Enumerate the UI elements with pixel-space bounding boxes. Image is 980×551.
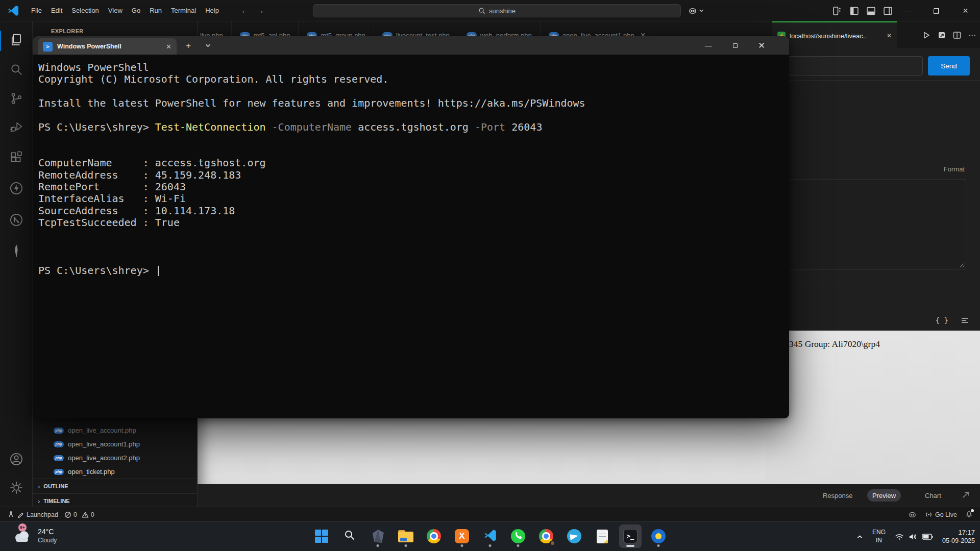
toggle-panel-icon[interactable] — [867, 7, 875, 15]
forward-arrow-icon[interactable]: → — [256, 6, 264, 15]
settings-gear-icon[interactable] — [9, 481, 23, 495]
launchpad-button[interactable]: Launchpad — [7, 511, 58, 518]
telegram-button[interactable] — [563, 524, 585, 548]
launchpad-icon — [7, 511, 15, 518]
customize-layout-icon[interactable] — [833, 7, 842, 15]
search-icon — [344, 529, 356, 543]
terminal-button[interactable]: >_ — [619, 524, 642, 548]
json-braces-icon[interactable]: { } — [936, 316, 948, 324]
tab-label: localhost/sunshine/liveac.. — [790, 32, 867, 40]
menu-help[interactable]: Help — [201, 4, 224, 17]
vscode-logo-icon — [7, 5, 19, 17]
raw-lines-icon[interactable] — [961, 317, 969, 324]
outline-section[interactable]: › OUTLINE — [33, 479, 197, 493]
problems-button[interactable]: 0 0 — [64, 511, 94, 518]
extensions-icon[interactable] — [9, 150, 23, 164]
resize-grip-icon[interactable] — [959, 262, 964, 267]
xampp-button[interactable]: X — [451, 524, 473, 548]
url-input[interactable] — [774, 56, 923, 76]
thunder-client-icon[interactable] — [9, 181, 23, 195]
send-button[interactable]: Send — [928, 56, 970, 76]
terminal-output[interactable]: Windows PowerShellCopyright (C) Microsof… — [33, 55, 789, 418]
run-debug-icon[interactable] — [9, 120, 23, 134]
menu-selection[interactable]: Selection — [67, 4, 103, 17]
git-graph-icon[interactable] — [9, 213, 23, 227]
tab-localhost-sunshine[interactable]: ⚡ localhost/sunshine/liveac.. ✕ — [772, 21, 897, 49]
tab-dropdown-icon[interactable] — [205, 43, 211, 48]
menu-file[interactable]: File — [27, 4, 46, 17]
app-button[interactable] — [647, 524, 670, 548]
minimize-button[interactable]: — — [893, 0, 922, 21]
open-settings-icon[interactable] — [938, 31, 946, 39]
notifications-button[interactable] — [965, 510, 973, 519]
expand-diagonal-icon[interactable] — [961, 490, 971, 500]
menu-run[interactable]: Run — [145, 4, 166, 17]
search-sidebar-icon[interactable] — [9, 62, 23, 77]
go-live-button[interactable]: Go Live — [925, 511, 957, 518]
running-dot — [517, 544, 520, 547]
taskbar-search-button[interactable] — [338, 524, 361, 548]
toggle-sidebar-icon[interactable] — [850, 7, 859, 15]
toggle-secondary-sidebar-icon[interactable] — [884, 7, 892, 15]
close-tab-icon[interactable]: ✕ — [166, 43, 172, 51]
back-arrow-icon[interactable]: ← — [241, 6, 249, 15]
request-body-textarea[interactable] — [774, 180, 966, 269]
chrome-button[interactable] — [423, 524, 445, 548]
file-open-ticket[interactable]: php open_ticket.php — [33, 465, 197, 479]
close-tab-icon[interactable]: ✕ — [887, 32, 892, 39]
whatsapp-button[interactable] — [507, 524, 529, 548]
source-control-icon[interactable] — [9, 91, 23, 106]
error-icon — [64, 511, 71, 518]
menu-edit[interactable]: Edit — [46, 4, 67, 17]
more-actions-icon[interactable]: ⋯ — [968, 31, 976, 40]
command-center-search[interactable]: sunshine — [313, 4, 681, 17]
search-value: sunshine — [489, 7, 516, 15]
format-label[interactable]: Format — [944, 165, 965, 173]
menu-terminal[interactable]: Terminal — [166, 4, 201, 17]
maximize-button[interactable] — [722, 36, 748, 55]
language-indicator[interactable]: ENG IN — [872, 529, 886, 544]
file-explorer-button[interactable] — [395, 524, 417, 548]
divider — [766, 284, 980, 284]
tray-chevron-up-icon[interactable] — [856, 534, 863, 540]
explorer-icon[interactable] — [9, 33, 23, 47]
powershell-tab[interactable]: > Windows PowerShell ✕ — [38, 38, 177, 55]
rest-client-panel: ⚡ localhost/sunshine/liveac.. ✕ ⋯ Send F… — [766, 21, 980, 484]
timeline-section[interactable]: › TIMELINE — [33, 493, 197, 508]
split-editor-icon[interactable] — [953, 31, 961, 39]
vscode-taskbar-button[interactable] — [479, 524, 501, 548]
menu-go[interactable]: Go — [127, 4, 145, 17]
toggle-chart[interactable]: Chart — [920, 489, 946, 502]
new-tab-icon[interactable]: + — [186, 41, 191, 51]
chrome-profile-button[interactable] — [535, 524, 557, 548]
weather-widget[interactable]: 9+ 24°C Cloudy — [11, 525, 57, 546]
menu-view[interactable]: View — [104, 4, 127, 17]
powershell-window[interactable]: > Windows PowerShell ✕ + — ✕ Windows Pow… — [33, 36, 789, 418]
minimize-button[interactable]: — — [695, 36, 722, 55]
start-button[interactable] — [310, 524, 333, 548]
restore-button[interactable] — [922, 0, 951, 21]
accounts-icon[interactable] — [9, 452, 23, 466]
mongodb-icon[interactable] — [9, 243, 23, 258]
close-button[interactable]: ✕ — [748, 36, 775, 55]
app-icon — [651, 529, 666, 543]
toggle-response[interactable]: Response — [818, 489, 858, 502]
system-tray: ENG IN 17:17 05-09-2025 — [856, 522, 975, 551]
notepad-button[interactable] — [591, 524, 614, 548]
obsidian-button[interactable] — [366, 524, 389, 548]
screen: File Edit Selection View Go Run Terminal… — [0, 0, 980, 551]
file-open-live-account[interactable]: php open_live_account.php — [33, 423, 197, 437]
file-open-live-account2[interactable]: php open_live_account2.php — [33, 451, 197, 465]
file-open-live-account1[interactable]: php open_live_account1.php — [33, 437, 197, 451]
profile-badge — [550, 540, 555, 546]
network-volume-battery[interactable] — [895, 533, 933, 541]
search-icon — [478, 7, 485, 14]
close-button[interactable]: × — [951, 0, 980, 21]
copilot-status-icon[interactable] — [908, 510, 917, 519]
clock[interactable]: 17:17 05-09-2025 — [942, 528, 975, 545]
run-request-icon[interactable] — [922, 31, 930, 39]
powershell-titlebar[interactable]: > Windows PowerShell ✕ + — ✕ — [33, 36, 789, 55]
xampp-icon: X — [455, 529, 469, 543]
copilot-button[interactable] — [688, 0, 704, 21]
toggle-preview[interactable]: Preview — [867, 489, 901, 502]
